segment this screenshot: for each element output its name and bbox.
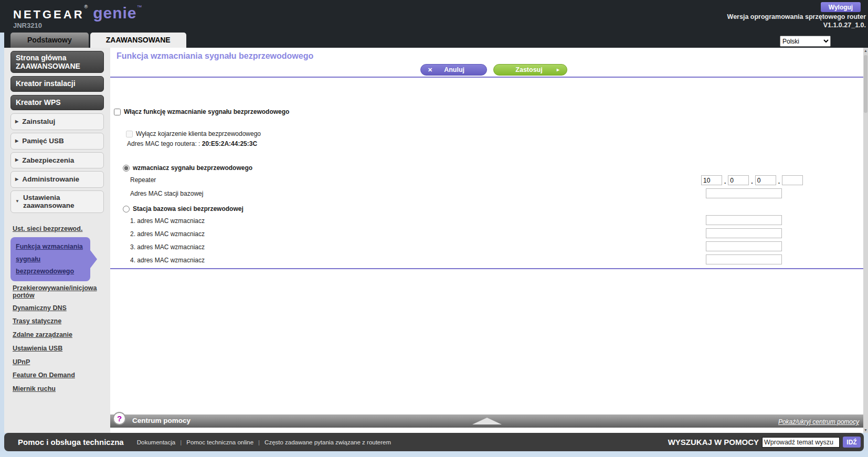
cancel-x-icon: ✕ [428,67,432,73]
base-mac-row: Adres MAC stacji bazowej [110,188,863,201]
help-center-title: Centrum pomocy [132,417,190,424]
content-header: Funkcja wzmacniania sygnału bezprzewodow… [110,48,863,78]
base-mac-input[interactable] [706,188,782,198]
wps-wizard-button[interactable]: Kreator WPS [10,95,104,111]
ip-octet-input-4[interactable] [782,175,803,185]
body: Strona główna ZAAWANSOWANE Kreator insta… [0,48,868,433]
ip-octet-input-3[interactable] [755,175,776,185]
setup-wizard-button[interactable]: Kreator instalacji [10,76,104,92]
base-station-mode-label: Stacja bazowa sieci bezprzewodowej [133,205,244,212]
help-search-input[interactable] [762,437,840,448]
firmware-version-value: V1.1.0.27_1.0. [727,21,866,29]
repeater-mac-input-3[interactable] [706,241,782,251]
section-label: Administrowanie [22,174,79,185]
sidebar: Strona główna ZAAWANSOWANE Kreator insta… [0,48,110,433]
go-button[interactable]: IDŹ [843,437,861,448]
router-model-label: JNR3210 [13,22,42,29]
repeater-mac-label-1: 1. adres MAC wzmacniacz [130,217,205,225]
base-station-mode-radio[interactable] [123,206,130,212]
section-label: Pamięć USB [22,136,64,146]
sidebar-section-administrowanie[interactable]: ▶ Administrowanie [10,171,104,188]
sidebar-submenu: Ust. sieci bezprzewod. Funkcja wzmacnian… [10,216,104,394]
language-select[interactable]: Polski [780,36,831,47]
sidebar-home-button[interactable]: Strona główna ZAAWANSOWANE [10,51,104,73]
home-button-line1: Strona główna [16,54,99,62]
main-content: Funkcja wzmacniania sygnału bezprzewodow… [110,48,863,433]
sidebar-link-upnp[interactable]: UPnP [13,357,104,367]
apply-button[interactable]: Zastosuj ► [493,64,567,76]
scroll-up-icon[interactable]: ▲ [863,49,868,52]
repeater-ip-row: Repeater . . . [110,175,863,187]
section-label: Zabezpieczenia [22,155,74,166]
repeater-mac-input-2[interactable] [706,228,782,238]
repeater-ip-inputs: . . . [701,175,803,185]
router-mac-label: Adres MAC tego routera: : [127,140,200,147]
sidebar-link-static-routes[interactable]: Trasy statyczne [13,316,104,326]
ip-separator: . [778,178,780,185]
footer-links: Dokumentacja | Pomoc techniczna online |… [132,439,396,445]
router-mac-value: 20:E5:2A:44:25:3C [202,140,257,147]
tab-advanced[interactable]: ZAAWANSOWANE [90,33,186,48]
sidebar-section-pamiec-usb[interactable]: ▶ Pamięć USB [10,133,104,150]
repeating-form: Włącz funkcję wzmacnianie sygnału bezprz… [110,78,863,269]
chevron-right-icon: ▶ [15,119,18,125]
sidebar-link-remote-management[interactable]: Zdalne zarządzanie [13,330,104,340]
logout-button[interactable]: Wyloguj [821,2,861,12]
footer-link-router-faq[interactable]: Często zadawane pytania związane z route… [260,439,396,445]
sidebar-section-zainstaluj[interactable]: ▶ Zainstaluj [10,113,104,130]
footer-link-online-support[interactable]: Pomoc techniczna online [182,439,258,445]
base-station-option-row: Stacja bazowa sieci bezprzewodowej [123,205,244,212]
router-admin-page: NETGEAR®genie™ JNR3210 Wyloguj Wersja op… [0,0,868,457]
product-text: genie [93,4,136,22]
netgear-genie-logo: NETGEAR®genie™ [13,4,142,22]
repeater-mac-input-1[interactable] [706,215,782,225]
footer-link-documentation[interactable]: Dokumentacja [132,439,181,445]
footer-bar: Pomoc i obsługa techniczna Dokumentacja … [4,433,864,451]
tab-basic[interactable]: Podstawowy [10,33,89,48]
router-mac-row: Adres MAC tego routera: : 20:E5:2A:44:25… [127,140,257,147]
repeater-mac-input-4[interactable] [706,254,782,264]
sidebar-section-ustawienia-zaawansowane[interactable]: ▼ Ustawienia zaawansowane [10,190,104,213]
collapse-panel-icon[interactable] [472,418,502,424]
section-label: Ustawienia zaawansowane [23,194,75,210]
sidebar-link-wireless-settings[interactable]: Ust. sieci bezprzewod. [13,224,104,234]
scrollbar-thumb[interactable] [864,55,867,113]
repeater-mac-row-1: 1. adres MAC wzmacniacz [110,215,863,228]
support-title: Pomoc i obsługa techniczna [18,438,124,447]
header-left-notch [0,33,4,48]
help-search-group: WYSZUKAJ W POMOCY IDŹ [668,437,861,448]
registered-mark: ® [84,4,88,9]
help-question-icon[interactable]: ? [113,412,126,425]
vertical-scrollbar[interactable]: ▲ ▼ [863,48,868,433]
sidebar-link-traffic-meter[interactable]: Miernik ruchu [13,384,104,394]
sidebar-link-feature-on-demand[interactable]: Feature On Demand [13,370,104,380]
section-label: Zainstaluj [22,116,55,127]
sidebar-section-zabezpieczenia[interactable]: ▶ Zabezpieczenia [10,152,104,169]
repeater-mac-row-3: 3. adres MAC wzmacniacz [110,241,863,254]
main-tabs: Podstawowy ZAAWANSOWANE [10,33,186,48]
repeater-option-row: wzmacniacz sygnału bezprzewodowego [123,164,252,172]
scroll-down-icon[interactable]: ▼ [863,428,868,432]
disable-association-checkbox[interactable] [126,131,133,137]
ip-octet-input-2[interactable] [728,175,749,185]
sidebar-link-dynamic-dns[interactable]: Dynamiczny DNS [13,303,104,313]
brand-text: NETGEAR [13,8,84,21]
repeater-mode-radio[interactable] [123,165,130,172]
help-center-bar: ? Centrum pomocy Pokaż/ukryj centrum pom… [110,415,863,428]
repeater-mode-label: wzmacniacz sygnału bezprzewodowego [133,164,252,172]
enable-repeating-checkbox[interactable] [114,109,121,115]
sidebar-link-port-forwarding[interactable]: Przekierowywanie/inicjowa portów [13,284,104,300]
repeater-mac-row-4: 4. adres MAC wzmacniacz [110,254,863,267]
disable-association-row: Wyłącz kojarzenie klienta bezprzewodoweg… [126,130,261,137]
sidebar-link-usb-settings[interactable]: Ustawienia USB [13,344,104,354]
chevron-down-icon: ▼ [15,198,19,205]
cancel-button[interactable]: ✕ Anuluj [420,64,487,76]
firmware-version: Wersja oprogramowania sprzętowego router… [727,13,866,30]
chevron-right-icon: ▶ [15,157,18,163]
trademark-mark: ™ [137,4,142,10]
bottom-strip [0,451,868,457]
bottom-divider [110,268,863,269]
ip-octet-input-1[interactable] [701,175,722,185]
sidebar-link-wireless-repeating-active[interactable]: Funkcja wzmacniania sygnału bezprzewodow… [10,237,90,281]
help-toggle-link[interactable]: Pokaż/ukryj centrum pomocy [778,418,859,426]
